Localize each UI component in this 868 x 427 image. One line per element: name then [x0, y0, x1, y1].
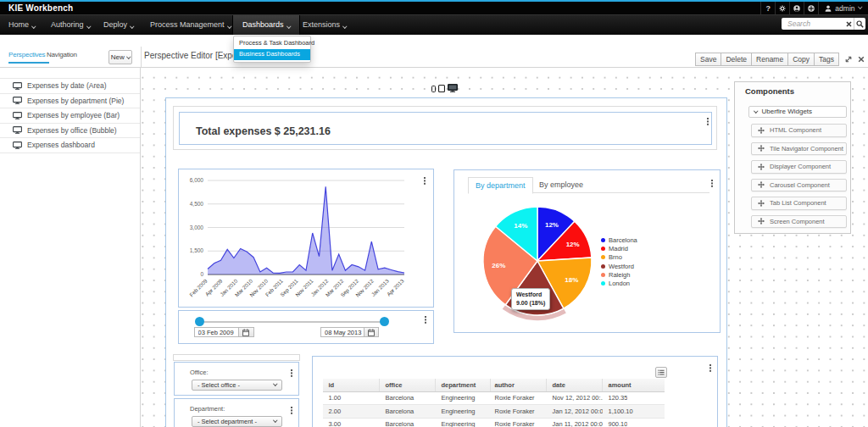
- start-date-input[interactable]: [194, 327, 239, 337]
- user-icon: [825, 5, 832, 12]
- toolbar-button[interactable]: Save: [695, 53, 721, 66]
- kebab-menu-icon[interactable]: [425, 316, 428, 324]
- menu-item[interactable]: Deploy: [103, 15, 134, 35]
- tab[interactable]: Navigation: [47, 46, 77, 64]
- menu-item[interactable]: Extensions: [303, 15, 347, 35]
- component-item[interactable]: Displayer Component: [751, 160, 847, 174]
- svg-text:6,000: 6,000: [190, 177, 204, 183]
- monitor-icon: [13, 82, 22, 90]
- office-filter-panel[interactable]: Office: - Select office -: [174, 362, 299, 396]
- legend-color-dot: [601, 281, 605, 286]
- menu-item[interactable]: Process Management: [150, 15, 231, 35]
- perspective-list-item[interactable]: Expenses by date (Area): [0, 79, 140, 94]
- table-cell: Roxie Foraker: [491, 408, 547, 415]
- date-slider-panel[interactable]: [178, 310, 434, 344]
- table-header-cell[interactable]: department: [436, 379, 491, 392]
- user-settings-button[interactable]: [789, 2, 804, 14]
- svg-text:3,000: 3,000: [190, 225, 204, 230]
- department-filter-panel[interactable]: Department: - Select department -: [174, 398, 299, 427]
- kebab-menu-icon[interactable]: [709, 364, 713, 373]
- monitor-icon: [13, 97, 22, 104]
- expand-icon: [844, 55, 853, 64]
- end-date-calendar-button[interactable]: [364, 327, 379, 337]
- toolbar-button[interactable]: Rename: [751, 53, 788, 66]
- end-date-group: [320, 327, 379, 337]
- table-cell: 900.10: [603, 420, 628, 427]
- kebab-menu-icon[interactable]: [707, 118, 710, 126]
- toolbar-button[interactable]: Copy: [787, 53, 815, 66]
- legend-label: Barcelona: [609, 236, 637, 244]
- search-button[interactable]: [854, 18, 865, 30]
- table-header-cell[interactable]: author: [491, 379, 547, 392]
- slider-handle-end[interactable]: [380, 317, 389, 326]
- tab[interactable]: Perspectives: [8, 46, 49, 64]
- department-select[interactable]: - Select department -: [192, 416, 282, 427]
- kpi-panel[interactable]: Total expenses $ 25,231.16: [179, 112, 712, 145]
- table-header-cell[interactable]: amount: [603, 379, 632, 392]
- help-button[interactable]: ?: [760, 2, 775, 14]
- components-group-header[interactable]: Uberfire Widgets: [748, 106, 847, 119]
- table-header-cell[interactable]: office: [380, 379, 436, 392]
- component-item[interactable]: Tab List Component: [751, 197, 847, 210]
- kebab-menu-icon[interactable]: [424, 177, 427, 186]
- caret-down-icon: [126, 54, 131, 58]
- slider-handle-start[interactable]: [195, 317, 204, 326]
- component-item[interactable]: HTML Component: [751, 124, 847, 137]
- components-list: HTML Component Tile Navigator Component …: [751, 124, 847, 233]
- pie-tooltip: Westford 9.00 (18%): [511, 288, 550, 310]
- dropdown-menu-item[interactable]: Process & Task Dashboard: [234, 38, 310, 49]
- component-item[interactable]: Tile Navigator Component: [751, 142, 847, 156]
- table-cell: Jan 11, 2012 00:00: [547, 420, 603, 427]
- menu-item-label: Extensions: [303, 20, 340, 29]
- tab-by-department[interactable]: By department: [468, 177, 533, 194]
- desktop-preview-button[interactable]: [448, 84, 458, 92]
- table-view-button[interactable]: [655, 367, 667, 378]
- component-item[interactable]: Screen Component: [751, 215, 847, 229]
- perspective-list-item[interactable]: Expenses by department (Pie): [0, 94, 140, 109]
- toolbar-button[interactable]: Delete: [721, 53, 752, 66]
- caret-down-icon: [858, 5, 862, 9]
- tab-by-employee[interactable]: By employee: [532, 177, 590, 193]
- area-chart: 01,5003,0004,5006,000Feb 2009Apr 2009Jan…: [179, 169, 433, 307]
- table-header-cell[interactable]: date: [547, 379, 603, 392]
- dropdown-menu-item[interactable]: Business Dashboards: [234, 49, 310, 60]
- svg-text:26%: 26%: [492, 262, 505, 269]
- table-header-row: idofficedepartmentauthordateamount: [323, 379, 665, 392]
- toolbar-buttons: SaveDeleteRenameCopyTags: [696, 53, 839, 66]
- logout-button[interactable]: [804, 2, 818, 14]
- search-clear-button[interactable]: [843, 21, 854, 27]
- component-item[interactable]: Carousel Component: [751, 179, 847, 192]
- tablet-preview-button[interactable]: [438, 85, 445, 92]
- mobile-preview-button[interactable]: [431, 86, 436, 92]
- perspective-list-item[interactable]: Expenses by office (Bubble): [0, 124, 140, 139]
- new-button[interactable]: New: [108, 50, 132, 64]
- svg-text:4,500: 4,500: [190, 201, 204, 207]
- table-cell: Engineering: [436, 420, 491, 427]
- user-menu[interactable]: admin: [818, 2, 868, 14]
- menu-item[interactable]: Authoring: [51, 15, 90, 35]
- menu-item[interactable]: Home: [8, 15, 36, 35]
- pie-chart-panel[interactable]: By department By employee 12%12%18%18%26…: [453, 169, 721, 333]
- close-button[interactable]: [858, 56, 865, 63]
- kebab-menu-icon[interactable]: [291, 369, 294, 378]
- settings-button[interactable]: [775, 2, 789, 14]
- editor-canvas: Total expenses $ 25,231.16 01,5003,0004,…: [141, 68, 868, 427]
- perspective-list-item[interactable]: Expenses by employee (Bar): [0, 108, 140, 124]
- svg-text:Apr 2013: Apr 2013: [386, 277, 406, 297]
- component-name: Tile Navigator Component: [770, 145, 843, 152]
- area-chart-panel[interactable]: 01,5003,0004,5006,000Feb 2009Apr 2009Jan…: [178, 169, 434, 308]
- toolbar-button[interactable]: Tags: [814, 53, 839, 66]
- expand-button[interactable]: [844, 55, 853, 64]
- end-date-input[interactable]: [320, 327, 364, 337]
- menu-item[interactable]: Dashboards: [232, 15, 300, 35]
- office-select[interactable]: - Select office -: [192, 380, 282, 391]
- expenses-table-panel[interactable]: idofficedepartmentauthordateamount 1.00B…: [312, 356, 718, 427]
- perspective-list-item[interactable]: Expenses dashboard: [0, 138, 140, 153]
- kebab-menu-icon[interactable]: [291, 407, 294, 415]
- slider-track[interactable]: [199, 321, 385, 323]
- kebab-menu-icon[interactable]: [711, 180, 715, 188]
- move-icon: [758, 200, 765, 207]
- search-input[interactable]: [782, 19, 843, 28]
- table-header-cell[interactable]: id: [323, 379, 380, 392]
- start-date-calendar-button[interactable]: [239, 327, 254, 337]
